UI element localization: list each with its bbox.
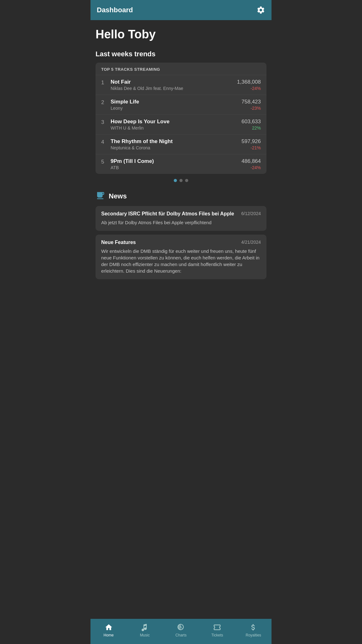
track-artist: Leony (111, 106, 139, 111)
track-change: -24% (242, 165, 261, 170)
track-artist: WITH U & Merlin (111, 125, 169, 130)
track-streams: 758,423 (242, 99, 261, 105)
nav-royalties[interactable]: Royalties (235, 623, 272, 637)
track-streams: 603,633 (242, 119, 261, 125)
dot-2[interactable] (179, 179, 183, 182)
track-artist: Neptunica & Corona (111, 145, 173, 150)
track-rank: 4 (101, 139, 107, 145)
nav-music[interactable]: Music (127, 623, 163, 637)
track-left: 4 The Rhythm of the Night Neptunica & Co… (101, 138, 173, 150)
track-row[interactable]: 5 9Pm (Till I Come) ATB 486,864 -24% (96, 154, 266, 174)
royalties-icon (249, 623, 258, 632)
track-rank: 3 (101, 119, 107, 125)
track-right: 486,864 -24% (242, 158, 261, 170)
track-right: 597,926 -21% (242, 138, 261, 150)
track-info: Simple Life Leony (111, 99, 139, 111)
track-streams: 597,926 (242, 138, 261, 145)
news-section-title: News (109, 192, 127, 200)
tickets-icon (213, 623, 222, 632)
track-name: The Rhythm of the Night (111, 138, 173, 145)
news-card-header: Neue Features 4/21/2024 (101, 240, 261, 245)
news-card[interactable]: Neue Features 4/21/2024 Wir entwickeln d… (96, 235, 266, 279)
bottom-navigation: Home Music Charts Tickets (90, 619, 272, 644)
nav-charts-label: Charts (175, 633, 186, 637)
track-streams: 486,864 (242, 158, 261, 164)
track-name: Simple Life (111, 99, 139, 105)
nav-royalties-label: Royalties (246, 633, 261, 637)
carousel-dots (96, 179, 266, 182)
track-change: -23% (242, 106, 261, 111)
main-content: Hello Toby Last weeks trends TOP 5 TRACK… (90, 20, 272, 314)
track-artist: Niklas Dee & Old Jim feat. Enny-Mae (111, 86, 183, 91)
track-left: 1 Not Fair Niklas Dee & Old Jim feat. En… (101, 79, 183, 91)
track-right: 1,368,008 -24% (237, 79, 261, 91)
track-info: The Rhythm of the Night Neptunica & Coro… (111, 138, 173, 150)
nav-tickets-label: Tickets (211, 633, 223, 637)
track-row[interactable]: 3 How Deep Is Your Love WITH U & Merlin … (96, 114, 266, 134)
track-row[interactable]: 4 The Rhythm of the Night Neptunica & Co… (96, 134, 266, 154)
greeting-text: Hello Toby (96, 28, 266, 41)
charts-icon (177, 623, 185, 632)
settings-button[interactable] (256, 6, 265, 14)
news-list: Secondary ISRC Pflicht für Dolby Atmos F… (96, 206, 266, 279)
news-title: Neue Features (101, 240, 238, 245)
news-body: Wir entwickeln die DMB ständig für euch … (101, 248, 261, 274)
track-row[interactable]: 1 Not Fair Niklas Dee & Old Jim feat. En… (96, 75, 266, 95)
nav-home-label: Home (104, 633, 114, 637)
track-name: 9Pm (Till I Come) (111, 158, 154, 164)
track-rank: 1 (101, 80, 107, 86)
track-name: Not Fair (111, 79, 183, 85)
music-icon (140, 623, 149, 632)
app-header: Dashboard (90, 0, 272, 20)
track-streams: 1,368,008 (237, 79, 261, 85)
news-section-header: News (96, 191, 266, 202)
track-info: How Deep Is Your Love WITH U & Merlin (111, 119, 169, 130)
news-card-header: Secondary ISRC Pflicht für Dolby Atmos F… (101, 211, 261, 217)
track-info: Not Fair Niklas Dee & Old Jim feat. Enny… (111, 79, 183, 91)
header-title: Dashboard (97, 6, 133, 14)
track-right: 603,633 22% (242, 119, 261, 130)
dot-1[interactable] (174, 179, 177, 182)
tracks-list: 1 Not Fair Niklas Dee & Old Jim feat. En… (96, 75, 266, 174)
track-artist: ATB (111, 165, 154, 170)
track-left: 3 How Deep Is Your Love WITH U & Merlin (101, 119, 169, 130)
trends-card: TOP 5 TRACKS STREAMING 1 Not Fair Niklas… (96, 63, 266, 174)
track-change: -21% (242, 145, 261, 150)
news-icon (96, 191, 105, 202)
track-left: 5 9Pm (Till I Come) ATB (101, 158, 154, 170)
trends-section-title: Last weeks trends (96, 50, 266, 58)
nav-music-label: Music (140, 633, 150, 637)
news-date: 4/21/2024 (241, 240, 261, 245)
news-body: Ab jetzt für Dolby Atmos Files bei Apple… (101, 219, 261, 226)
track-right: 758,423 -23% (242, 99, 261, 111)
track-info: 9Pm (Till I Come) ATB (111, 158, 154, 170)
nav-tickets[interactable]: Tickets (199, 623, 235, 637)
home-icon (104, 623, 113, 632)
news-title: Secondary ISRC Pflicht für Dolby Atmos F… (101, 211, 238, 217)
nav-home[interactable]: Home (90, 623, 127, 637)
news-date: 6/12/2024 (241, 211, 261, 216)
track-row[interactable]: 2 Simple Life Leony 758,423 -23% (96, 95, 266, 114)
track-rank: 5 (101, 159, 107, 165)
track-name: How Deep Is Your Love (111, 119, 169, 125)
nav-charts[interactable]: Charts (163, 623, 199, 637)
dot-3[interactable] (185, 179, 188, 182)
track-change: 22% (242, 125, 261, 130)
track-left: 2 Simple Life Leony (101, 99, 139, 111)
trends-card-title: TOP 5 TRACKS STREAMING (96, 63, 266, 75)
track-change: -24% (237, 86, 261, 91)
news-card[interactable]: Secondary ISRC Pflicht für Dolby Atmos F… (96, 206, 266, 231)
track-rank: 2 (101, 99, 107, 106)
